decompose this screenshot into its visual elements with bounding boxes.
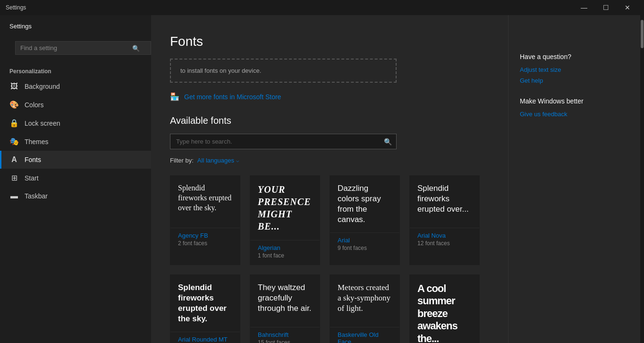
font-search-icon: 🔍 <box>384 138 392 146</box>
available-fonts-title: Available fonts <box>170 115 480 126</box>
font-name-bahnschrift: Bahnschrift <box>258 331 312 338</box>
font-card-arial-rounded-mt[interactable]: Splendid fireworks erupted over the sky.… <box>170 274 240 343</box>
search-input[interactable] <box>15 41 151 55</box>
fonts-icon: A <box>9 155 19 164</box>
sidebar-item-label-colors: Colors <box>25 101 43 109</box>
sidebar-item-taskbar[interactable]: ▬ Taskbar <box>0 187 151 205</box>
sidebar-item-fonts[interactable]: A Fonts <box>0 151 151 169</box>
font-preview-text: They waltzed gracefully through the air. <box>258 283 312 314</box>
font-card-baskerville[interactable]: Meteors created a sky-symphony of light.… <box>330 274 400 343</box>
store-link[interactable]: Get more fonts in Microsoft Store <box>184 93 281 101</box>
font-info-agency-fb: Agency FB 2 font faces <box>170 228 240 252</box>
font-preview-text: Meteors created a sky-symphony of light. <box>338 283 392 314</box>
right-panel-windows-heading: Make Windows better <box>520 97 629 105</box>
font-search-input[interactable] <box>170 134 397 149</box>
start-icon: ⊞ <box>9 173 19 182</box>
font-faces-agency-fb: 2 font faces <box>178 240 232 247</box>
font-preview-text: A cool summer breeze awakens the... <box>417 283 472 343</box>
store-link-row: 🏪 Get more fonts in Microsoft Store <box>170 92 480 101</box>
font-card-bauhaus[interactable]: A cool summer breeze awakens the... Bauh… <box>409 274 480 343</box>
font-preview-bauhaus: A cool summer breeze awakens the... <box>410 275 479 343</box>
sidebar-item-label-themes: Themes <box>25 138 49 146</box>
sidebar-item-label-fonts: Fonts <box>25 156 41 163</box>
scrollbar-thumb[interactable] <box>641 20 644 48</box>
sidebar-item-colors[interactable]: 🎨 Colors <box>0 95 151 114</box>
font-info-algerian: Algerian 1 font face <box>250 240 320 265</box>
font-card-arial[interactable]: Dazzling colors spray from the canvas. A… <box>330 175 400 265</box>
font-faces-arial: 9 font faces <box>338 245 392 251</box>
font-info-bahnschrift: Bahnschrift 15 font faces <box>250 327 320 343</box>
filter-dropdown[interactable]: All languages ⌵ <box>197 157 239 164</box>
sidebar-section-label: Personalization <box>0 62 151 77</box>
taskbar-icon: ▬ <box>9 192 19 200</box>
drag-drop-area[interactable]: to install fonts on your device. <box>170 59 397 83</box>
adjust-text-size-link[interactable]: Adjust text size <box>520 66 629 73</box>
font-info-arial-rounded-mt: Arial Rounded MT 1 font face <box>170 332 240 343</box>
lock-screen-icon: 🔒 <box>9 119 19 128</box>
sidebar-item-label-taskbar: Taskbar <box>25 192 48 200</box>
font-card-agency-fb[interactable]: Splendid fireworks erupted over the sky.… <box>170 175 240 265</box>
sidebar-item-label-lock-screen: Lock screen <box>25 120 60 127</box>
give-us-feedback-link[interactable]: Give us feedback <box>520 111 629 118</box>
font-preview-text: YOUR PRESENCE MIGHT BE... <box>258 183 312 232</box>
font-info-baskerville: Baskerville Old Face 1 font face <box>330 327 399 343</box>
font-faces-arial-nova: 12 font faces <box>417 240 472 247</box>
titlebar: Settings — ☐ ✕ <box>0 0 644 15</box>
font-preview-agency-fb: Splendid fireworks erupted over the sky. <box>170 176 240 228</box>
window-controls: — ☐ ✕ <box>573 0 638 15</box>
font-name-arial-rounded-mt: Arial Rounded MT <box>178 336 232 343</box>
sidebar-app-title: Settings <box>0 15 151 34</box>
sidebar-search-container: 🔍 <box>8 37 144 59</box>
font-name-algerian: Algerian <box>258 244 312 251</box>
font-card-bahnschrift[interactable]: They waltzed gracefully through the air.… <box>250 274 320 343</box>
font-preview-bahnschrift: They waltzed gracefully through the air. <box>250 275 320 327</box>
get-help-link[interactable]: Get help <box>520 77 629 84</box>
sidebar-item-start[interactable]: ⊞ Start <box>0 169 151 187</box>
scrollbar-track[interactable] <box>640 15 644 343</box>
app-title: Settings <box>6 4 573 11</box>
sidebar: Settings 🔍 Personalization 🖼 Background … <box>0 15 151 343</box>
font-card-algerian[interactable]: YOUR PRESENCE MIGHT BE... Algerian 1 fon… <box>250 175 320 265</box>
font-preview-baskerville: Meteors created a sky-symphony of light. <box>330 275 399 327</box>
font-info-arial-nova: Arial Nova 12 font faces <box>410 228 479 252</box>
font-name-arial-nova: Arial Nova <box>417 232 472 239</box>
font-preview-text: Splendid fireworks erupted over... <box>417 183 472 214</box>
font-preview-text: Splendid fireworks erupted over the sky. <box>178 283 232 324</box>
chevron-down-icon: ⌵ <box>236 157 239 163</box>
font-preview-arial-nova: Splendid fireworks erupted over... <box>410 176 479 228</box>
font-preview-arial: Dazzling colors spray from the canvas. <box>330 176 399 232</box>
search-icon: 🔍 <box>132 44 140 51</box>
maximize-button[interactable]: ☐ <box>595 0 617 15</box>
right-panel: Have a question? Adjust text size Get he… <box>508 15 640 343</box>
sidebar-item-label-background: Background <box>25 83 60 90</box>
filter-row: Filter by: All languages ⌵ <box>170 157 480 164</box>
filter-value: All languages <box>197 157 234 164</box>
sidebar-item-lock-screen[interactable]: 🔒 Lock screen <box>0 114 151 132</box>
sidebar-item-label-start: Start <box>25 174 39 182</box>
font-search-row: 🔍 <box>170 134 397 149</box>
app-container: Settings 🔍 Personalization 🖼 Background … <box>0 15 644 343</box>
font-preview-algerian: YOUR PRESENCE MIGHT BE... <box>250 176 320 240</box>
colors-icon: 🎨 <box>9 100 19 109</box>
font-preview-text: Dazzling colors spray from the canvas. <box>338 183 392 225</box>
sidebar-item-background[interactable]: 🖼 Background <box>0 77 151 95</box>
page-title: Fonts <box>170 34 480 49</box>
font-name-arial: Arial <box>338 237 392 244</box>
font-preview-arial-rounded-mt: Splendid fireworks erupted over the sky. <box>170 275 240 332</box>
font-preview-text: Splendid fireworks erupted over the sky. <box>178 183 232 213</box>
close-button[interactable]: ✕ <box>617 0 638 15</box>
font-name-baskerville: Baskerville Old Face <box>338 331 392 343</box>
font-card-arial-nova[interactable]: Splendid fireworks erupted over... Arial… <box>409 175 480 265</box>
font-grid: Splendid fireworks erupted over the sky.… <box>170 175 480 343</box>
drag-drop-text: to install fonts on your device. <box>180 67 261 74</box>
background-icon: 🖼 <box>9 82 19 91</box>
store-icon: 🏪 <box>170 92 179 101</box>
minimize-button[interactable]: — <box>573 0 595 15</box>
right-panel-question-heading: Have a question? <box>520 53 629 60</box>
font-name-agency-fb: Agency FB <box>178 232 232 239</box>
font-faces-bahnschrift: 15 font faces <box>258 339 312 343</box>
right-panel-windows-section: Make Windows better Give us feedback <box>520 97 629 118</box>
sidebar-item-themes[interactable]: 🎭 Themes <box>0 132 151 151</box>
font-faces-algerian: 1 font face <box>258 252 312 259</box>
main-content: Fonts to install fonts on your device. 🏪… <box>151 15 508 343</box>
